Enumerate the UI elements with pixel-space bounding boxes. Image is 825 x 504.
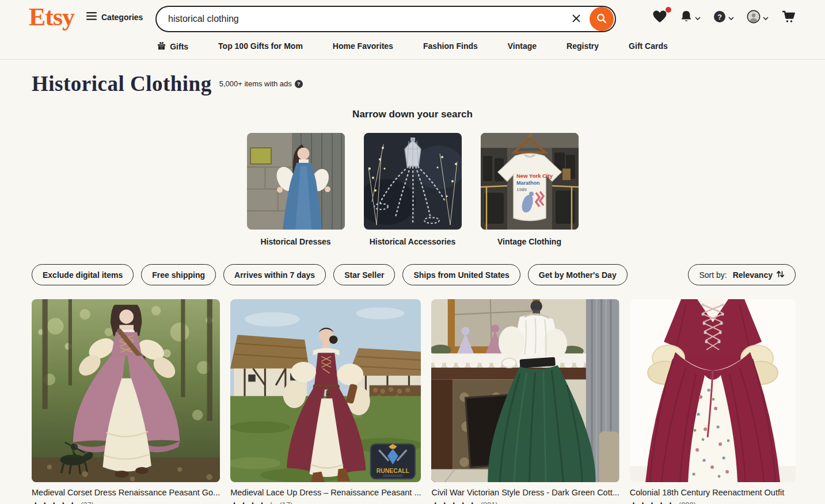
sort-value: Relevancy: [733, 270, 773, 280]
filter-label: Ships from United States: [413, 270, 509, 280]
product-card-3[interactable]: Civil War Victorian Style Dress - Dark G…: [431, 299, 619, 504]
product-rating: ☆★☆★☆★☆★☆★ (999): [630, 500, 796, 504]
svg-text:Marathon: Marathon: [516, 180, 540, 186]
historical-dresses-image: [247, 133, 345, 230]
cart-icon: [781, 10, 796, 25]
category-nav: Gifts Top 100 Gifts for Mom Home Favorit…: [0, 37, 825, 60]
notifications-button[interactable]: [678, 7, 703, 28]
narrow-search-heading: Narrow down your search: [0, 109, 825, 120]
review-count: (37): [81, 501, 94, 504]
chevron-down-icon: [763, 13, 769, 22]
nav-item-gifts[interactable]: Gifts: [156, 39, 189, 54]
etsy-logo[interactable]: Etsy: [29, 2, 74, 32]
filter-exclude-digital[interactable]: Exclude digital items: [32, 264, 134, 285]
nav-label: Gifts: [170, 42, 188, 51]
svg-text:?: ?: [717, 13, 722, 21]
filter-mothers-day[interactable]: Get by Mother's Day: [528, 264, 628, 285]
results-count: 5,000+ items with ads ?: [219, 79, 303, 88]
search-results-page: Historical Clothing 5,000+ items with ad…: [0, 71, 825, 504]
results-count-text: 5,000+ items with ads: [219, 79, 292, 88]
product-title: Civil War Victorian Style Dress - Dark G…: [431, 488, 619, 497]
nav-item-registry[interactable]: Registry: [565, 39, 600, 53]
nav-item-vintage[interactable]: Vintage: [507, 39, 538, 53]
category-card-label: Historical Accessories: [364, 237, 462, 246]
filter-ships-from-us[interactable]: Ships from United States: [402, 264, 520, 285]
review-count: (891): [480, 501, 497, 504]
filter-free-shipping[interactable]: Free shipping: [141, 264, 216, 285]
svg-text:New York City: New York City: [516, 173, 553, 179]
nav-label: Gift Cards: [629, 41, 668, 51]
category-card-vintage-clothing[interactable]: New York City Marathon 1989 Vintage Clot…: [481, 133, 579, 246]
product-title: Medieval Lace Up Dress – Renaissance Pea…: [230, 488, 421, 497]
product-card-1[interactable]: Medieval Corset Dress Renaissance Peasan…: [32, 299, 220, 504]
search-bar: [155, 6, 616, 32]
avatar-icon: [747, 10, 761, 25]
filter-label: Free shipping: [152, 270, 205, 280]
vintage-clothing-image: New York City Marathon 1989: [481, 133, 579, 230]
help-button[interactable]: ?: [711, 8, 736, 27]
notification-dot: [666, 7, 671, 13]
nav-label: Registry: [567, 41, 599, 51]
product-image-2: RUNECALL: [230, 299, 421, 482]
category-card-label: Historical Dresses: [247, 237, 345, 246]
star-rating: ☆★☆★☆★☆★☆★: [630, 500, 676, 504]
filter-label: Exclude digital items: [43, 270, 123, 280]
nav-label: Vintage: [508, 41, 537, 51]
favorites-button[interactable]: [650, 7, 670, 28]
bell-icon: [680, 10, 693, 25]
star-rating: ☆★☆★☆★☆★☆★: [230, 500, 276, 504]
clear-search-button[interactable]: [567, 9, 586, 29]
product-title: Medieval Corset Dress Renaissance Peasan…: [32, 488, 220, 497]
product-card-4[interactable]: Colonial 18th Century Reenactment Outfit…: [630, 299, 796, 504]
star-rating: ☆★☆★☆★☆★☆★: [32, 500, 78, 504]
product-grid: Medieval Corset Dress Renaissance Peasan…: [32, 299, 796, 504]
svg-text:1989: 1989: [516, 187, 527, 192]
product-image-3: [431, 299, 619, 482]
product-rating: ☆★☆★☆★☆★☆★ (891): [431, 500, 619, 504]
sort-button[interactable]: Sort by:Relevancy: [688, 264, 796, 285]
product-rating: ☆★☆★☆★☆★☆★ (17): [230, 500, 421, 504]
header: Etsy Categories: [0, 0, 825, 60]
chevron-down-icon: [695, 13, 701, 22]
search-button[interactable]: [590, 7, 614, 31]
product-image-1: [32, 299, 220, 482]
category-suggestions: Historical Dresses: [0, 133, 825, 246]
category-card-historical-accessories[interactable]: Historical Accessories: [364, 133, 462, 246]
page-title: Historical Clothing: [32, 71, 212, 96]
chevron-down-icon: [728, 13, 734, 22]
categories-button[interactable]: Categories: [86, 12, 143, 22]
category-card-historical-dresses[interactable]: Historical Dresses: [247, 133, 345, 246]
filter-label: Arrives within 7 days: [234, 270, 315, 280]
filter-arrives-7-days[interactable]: Arrives within 7 days: [223, 264, 326, 285]
header-icon-group: ?: [650, 7, 799, 28]
nav-item-fashion-finds[interactable]: Fashion Finds: [422, 39, 479, 53]
review-count: (999): [679, 501, 696, 504]
review-count: (17): [279, 501, 292, 504]
filter-label: Get by Mother's Day: [539, 270, 617, 280]
nav-label: Home Favorites: [333, 41, 393, 51]
categories-label: Categories: [101, 13, 143, 22]
menu-icon: [86, 12, 97, 22]
nav-item-home-favorites[interactable]: Home Favorites: [332, 39, 394, 53]
nav-label: Top 100 Gifts for Mom: [218, 41, 303, 51]
svg-text:RUNECALL: RUNECALL: [377, 468, 410, 474]
filter-bar: Exclude digital items Free shipping Arri…: [32, 264, 796, 285]
search-icon: [596, 13, 607, 26]
account-button[interactable]: [744, 7, 771, 28]
close-icon: [572, 14, 580, 24]
star-rating: ☆★☆★☆★☆★☆★: [431, 500, 477, 504]
sort-arrows-icon: [776, 270, 785, 280]
ads-info-icon[interactable]: ?: [295, 80, 303, 88]
filter-star-seller[interactable]: Star Seller: [333, 264, 395, 285]
search-input[interactable]: [157, 7, 567, 31]
nav-item-gift-cards[interactable]: Gift Cards: [628, 39, 669, 53]
help-icon: ?: [713, 10, 726, 25]
sort-prefix: Sort by:: [699, 270, 727, 280]
category-card-label: Vintage Clothing: [481, 237, 579, 246]
product-title: Colonial 18th Century Reenactment Outfit: [630, 488, 796, 497]
cart-button[interactable]: [779, 7, 799, 28]
gift-icon: [157, 41, 166, 52]
product-image-4: [630, 299, 796, 482]
nav-item-top-100-gifts[interactable]: Top 100 Gifts for Mom: [217, 39, 304, 53]
product-card-2[interactable]: RUNECALL Medieval Lace Up Dress – Renais…: [230, 299, 421, 504]
